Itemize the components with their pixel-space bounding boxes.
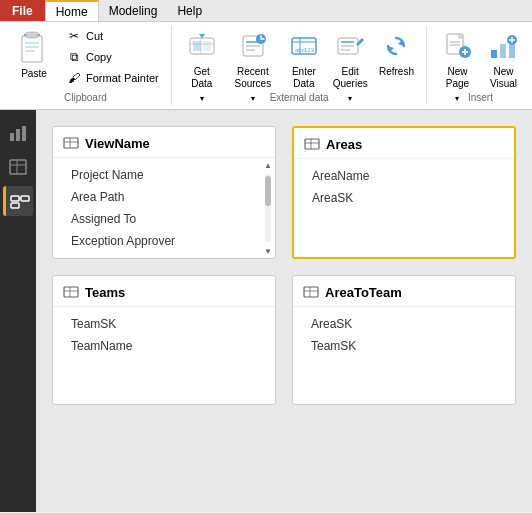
sidebar-item-relationship[interactable] [3,186,33,216]
svg-rect-50 [305,139,319,149]
svg-rect-5 [25,50,35,52]
external-data-group: Get Data ▾ Recent Sources ▾ [172,26,428,105]
app-body: ViewName Project Name Area Path Assigned… [0,110,532,512]
scroll-track [265,174,271,242]
sidebar-item-table[interactable] [3,152,33,182]
get-data-button[interactable]: Get Data ▾ [180,26,224,90]
viewname-table-body: Project Name Area Path Assigned To Excep… [53,158,275,258]
viewname-table-title: ViewName [85,136,150,151]
copy-button[interactable]: ⧉ Copy [62,47,163,67]
recent-sources-icon [237,30,269,62]
field-area-path[interactable]: Area Path [63,186,259,208]
file-menu[interactable]: File [0,0,45,21]
new-page-button[interactable]: New Page ▾ [435,26,479,90]
teams-table-icon [63,284,79,300]
clipboard-label: Clipboard [0,92,171,103]
scroll-down-arrow[interactable]: ▼ [263,244,273,258]
field-areatoteam-teamsk[interactable]: TeamSK [303,335,505,357]
help-menu-item[interactable]: Help [167,0,212,21]
enter-data-button[interactable]: abc 123 Enter Data [282,26,326,90]
teams-table-card: Teams TeamSK TeamName [52,275,276,405]
field-assigned-to[interactable]: Assigned To [63,208,259,230]
svg-rect-56 [304,287,318,297]
clipboard-stack: ✂ Cut ⧉ Copy 🖌 Format Painter [62,26,163,89]
ribbon: Paste ✂ Cut ⧉ Copy 🖌 Format Painter Clip… [0,22,532,110]
viewname-table-header: ViewName [53,127,275,158]
svg-rect-53 [64,287,78,297]
new-visual-button[interactable]: New Visual [481,26,525,90]
svg-rect-1 [22,36,42,62]
sidebar-item-chart[interactable] [3,118,33,148]
main-canvas: ViewName Project Name Area Path Assigned… [36,110,532,512]
areatoteam-table-title: AreaToTeam [325,285,402,300]
field-teamname[interactable]: TeamName [63,335,265,357]
svg-rect-40 [10,160,26,174]
field-teamsk[interactable]: TeamSK [63,313,265,335]
refresh-icon [380,30,412,62]
areatoteam-table-header: AreaToTeam [293,276,515,307]
edit-queries-button[interactable]: Edit Queries ▾ [328,26,373,90]
refresh-label: Refresh [379,66,414,78]
teams-table-header: Teams [53,276,275,307]
svg-rect-7 [193,41,201,51]
areas-table-body: AreaName AreaSK [294,159,514,215]
field-function-c[interactable]: Function C... [63,252,259,258]
svg-rect-4 [25,46,39,48]
recent-sources-button[interactable]: Recent Sources ▾ [226,26,280,90]
viewname-table-card: ViewName Project Name Area Path Assigned… [52,126,276,259]
svg-rect-31 [491,50,497,58]
svg-text:123: 123 [304,47,315,53]
areatoteam-table-icon [303,284,319,300]
new-visual-icon [487,30,519,62]
areatoteam-table-body: AreaSK TeamSK [293,307,515,363]
field-project-name[interactable]: Project Name [63,164,259,186]
modeling-menu-item[interactable]: Modeling [99,0,168,21]
refresh-button[interactable]: Refresh [374,26,418,90]
edit-queries-label: Edit Queries [333,66,368,90]
copy-label: Copy [86,51,112,63]
edit-queries-icon [334,30,366,62]
new-page-label: New Page [441,66,473,90]
field-areaname[interactable]: AreaName [304,165,504,187]
insert-group: New Page ▾ New Visual Insert [427,26,532,105]
menu-bar: File Home Modeling Help [0,0,532,22]
teams-table-title: Teams [85,285,125,300]
svg-rect-45 [11,203,19,208]
teams-table-body: TeamSK TeamName [53,307,275,363]
paste-button[interactable]: Paste [8,26,60,90]
format-painter-button[interactable]: 🖌 Format Painter [62,68,163,88]
insert-label: Insert [427,92,532,103]
paste-label: Paste [21,68,47,79]
areas-table-header: Areas [294,128,514,159]
enter-data-label: Enter Data [288,66,320,90]
svg-rect-39 [22,126,26,141]
cut-button[interactable]: ✂ Cut [62,26,163,46]
viewname-scrollbar[interactable]: ▲ ▼ [263,158,273,258]
viewname-table-icon [63,135,79,151]
svg-rect-43 [11,196,19,201]
format-painter-icon: 🖌 [66,70,82,86]
field-exception-approver[interactable]: Exception Approver [63,230,259,252]
cut-icon: ✂ [66,28,82,44]
enter-data-icon: abc 123 [288,30,320,62]
svg-rect-38 [16,129,20,141]
external-data-label: External data [172,92,427,103]
field-areatoteam-areask[interactable]: AreaSK [303,313,505,335]
svg-rect-3 [25,42,39,44]
svg-rect-37 [10,133,14,141]
recent-sources-label: Recent Sources [232,66,274,90]
svg-rect-32 [500,44,506,58]
home-menu-item[interactable]: Home [45,0,99,21]
paste-icon [16,30,52,66]
sidebar [0,110,36,512]
scroll-up-arrow[interactable]: ▲ [263,158,273,172]
areas-table-icon [304,136,320,152]
areas-table-card: Areas AreaName AreaSK [292,126,516,259]
svg-rect-8 [203,41,211,51]
scroll-thumb[interactable] [265,176,271,206]
new-page-icon [441,30,473,62]
table-grid: ViewName Project Name Area Path Assigned… [52,126,516,405]
clipboard-group: Paste ✂ Cut ⧉ Copy 🖌 Format Painter Clip… [0,26,172,105]
areas-table-title: Areas [326,137,362,152]
field-areask[interactable]: AreaSK [304,187,504,209]
